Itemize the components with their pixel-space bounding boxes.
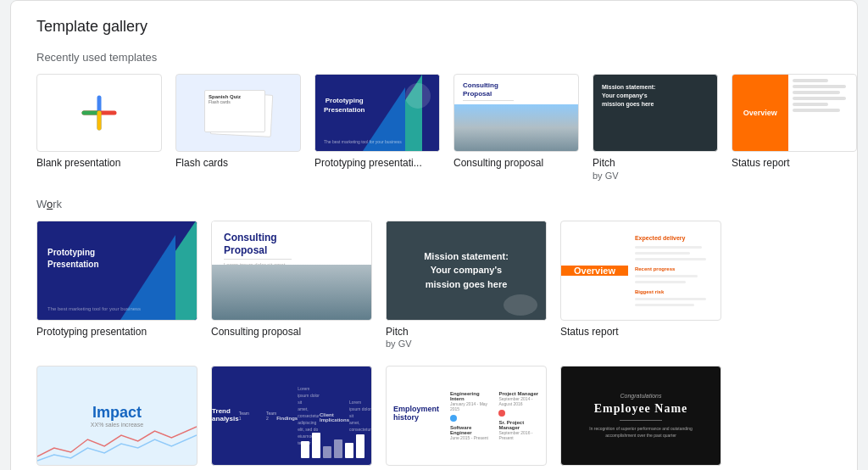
template-consulting[interactable]: ConsultingProposal Lorem ipsum dolor sit… [453,74,579,181]
google-plus-icon [81,94,118,131]
thumb-pitch-lg: Mission statement:Your company'smission … [386,221,547,321]
proto-circle [405,83,431,109]
consulting-mountain [454,104,578,151]
employee-name-text: Employee Name [594,402,688,416]
proto-content: PrototypingPresentation The best marketi… [315,75,439,151]
proto-text: PrototypingPresentation [324,96,364,115]
recently-used-row: Blank presentation Spanish Quiz Flash ca… [36,74,832,181]
consulting-content: ConsultingProposal Lorem ipsum dolor sit… [454,75,578,151]
template-blank[interactable]: Blank presentation [36,74,162,181]
status-line-1 [793,79,828,82]
thumb-proto-lg: PrototypingPresentation The best marketi… [36,221,198,321]
employee-body-text: In recognition of superior performance a… [589,425,692,439]
consulting-title-text: ConsultingProposal [463,81,498,99]
thumb-trend: Trend analysis Team 1Team 2 Findings Lor… [211,366,372,466]
impact-title-text: Impact [91,404,143,422]
pitch-lg-sublabel: by GV [386,339,412,349]
template-consulting-lg[interactable]: ConsultingProposal Lorem ipsum dolor sit… [211,221,372,350]
template-flashcards[interactable]: Spanish Quiz Flash cards Spanish Quiz Fl… [175,74,301,181]
trend-bars [301,433,364,458]
template-status[interactable]: Overview Status report [732,74,857,181]
status-line-3 [793,91,840,94]
consulting-label: Consulting proposal [453,157,543,171]
template-pitch-lg[interactable]: Mission statement:Your company'smission … [386,221,547,350]
template-status-lg[interactable]: Overview Expected delivery Recent progre… [560,221,721,350]
prototyping-label: Prototyping presentati... [314,157,422,171]
recently-used-section: Recently used templates Blank presentati… [36,51,832,181]
pitch-label: Pitch [593,157,615,171]
status-lg-overview: Overview [574,266,615,276]
template-employee-name[interactable]: Congratulations Employee Name In recogni… [560,366,721,470]
flashcards-label: Flash cards [175,157,228,171]
template-employment[interactable]: Employment history Engineering Intern Ja… [386,366,547,470]
impact-wave-icon [37,422,197,465]
personal-section: Impact XX% sales increase Impact Trend a… [36,366,832,470]
consulting-divider [463,100,514,101]
status-line-4 [793,97,846,100]
trend-implications-body: Lorem ipsum dolor sitamet, consectetur [349,399,371,433]
status-lg-label: Status report [560,326,619,339]
employment-grid: Engineering Intern January 2014 - May 20… [450,391,539,440]
trend-findings: Findings [276,416,298,421]
work-row: PrototypingPresentation The best marketi… [36,221,832,350]
employee-congrats: Congratulations [620,393,661,399]
flashcard-front: Spanish Quiz Flash cards [204,90,265,132]
status-line-5 [793,103,828,106]
thumb-employee: Congratulations Employee Name In recogni… [560,366,721,466]
work-underline-o: o [47,198,53,210]
thumb-consulting: ConsultingProposal Lorem ipsum dolor sit… [453,74,579,152]
status-overview-text: Overview [743,109,777,117]
thumb-status: Overview [732,74,857,152]
proto-subtext: The best marketing tool for your busines… [324,139,402,144]
personal-row: Impact XX% sales increase Impact Trend a… [36,366,832,470]
consulting-lg-label: Consulting proposal [211,326,301,339]
work-section: Work PrototypingPresentation The best ma… [36,198,832,350]
thumb-proto: PrototypingPresentation The best marketi… [314,74,440,152]
status-line-6 [793,109,840,112]
thumb-blank [36,74,162,152]
pitch-sublabel: by GV [593,171,619,181]
template-pitch[interactable]: Mission statement:Your company'smission … [593,74,718,181]
status-right [788,75,856,151]
status-left: Overview [732,75,788,151]
employee-divider [620,420,662,421]
recently-used-label: Recently used templates [36,51,832,64]
template-trend[interactable]: Trend analysis Team 1Team 2 Findings Lor… [211,366,372,470]
thumb-employment: Employment history Engineering Intern Ja… [386,366,547,466]
pitch-lg-label: Pitch [386,326,409,339]
employment-title-text: Employment history [393,405,450,422]
thumb-consulting-lg: ConsultingProposal Lorem ipsum dolor sit… [211,221,372,321]
flashcard-stack: Spanish Quiz Flash cards Spanish Quiz Fl… [204,90,272,137]
work-section-label: Work [36,198,832,210]
trend-title-text: Trend analysis [212,407,239,422]
gallery-container: Template gallery Recently used templates… [10,0,858,470]
gallery-title: Template gallery [36,18,832,36]
proto-lg-label: Prototyping presentation [36,326,147,339]
thumb-impact: Impact XX% sales increase [36,366,198,466]
pitch-content: Mission statement:Your company'smission … [593,75,717,151]
thumb-status-lg: Overview Expected delivery Recent progre… [560,221,721,321]
trend-implications: Client Implications [320,412,349,422]
thumb-flashcards: Spanish Quiz Flash cards Spanish Quiz Fl… [175,74,301,152]
status-line-2 [793,85,846,88]
template-proto-lg[interactable]: PrototypingPresentation The best marketi… [36,221,198,350]
status-label: Status report [732,157,790,171]
thumb-pitch: Mission statement:Your company'smission … [593,74,718,152]
status-content: Overview [732,75,856,151]
pitch-overlay-text: Mission statement:Your company'smission … [602,83,655,108]
impact-subtitle: XX% sales increase [91,422,143,428]
template-prototyping[interactable]: PrototypingPresentation The best marketi… [314,74,440,181]
blank-label: Blank presentation [36,157,120,171]
template-impact[interactable]: Impact XX% sales increase Impact [36,366,198,470]
